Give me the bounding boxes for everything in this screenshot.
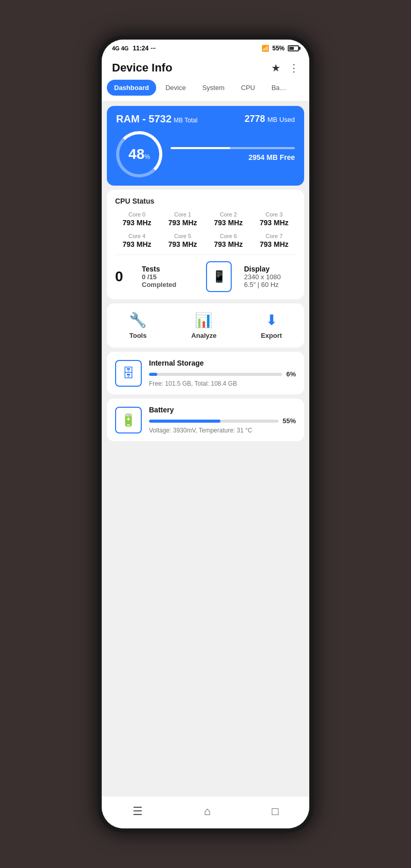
ram-bar-section: 2954 MB Free [171,147,295,161]
tabs-bar: Dashboard Device System CPU Ba… [102,80,309,101]
ram-title: RAM - 5732 MB Total [116,113,197,125]
status-bar: 4G 4G 11:24 ··· 📶 55% [102,40,309,55]
cpu-status-title: CPU Status [115,197,296,205]
export-button[interactable]: ⬇ Export [261,312,282,339]
nav-home-button[interactable]: ⌂ [194,803,221,820]
battery-bar-fill [149,420,220,423]
test-info: Tests 0 /15 Completed [142,265,194,288]
ram-card: RAM - 5732 MB Total 2778 MB Used 48% [107,106,304,186]
storage-icon: 🗄 [115,360,142,387]
battery-card: 🔋 Battery 55% Voltage: 3930mV, Temperatu… [107,399,304,441]
battery-sub: Voltage: 3930mV, Temperature: 31 °C [149,427,296,434]
battery-icon [288,45,299,51]
tools-label: Tools [129,332,147,339]
battery-percent: 55% [272,45,285,52]
battery-bar-row: 55% [149,417,296,425]
ram-free: 2954 MB Free [171,153,295,161]
battery-content: Battery 55% Voltage: 3930mV, Temperature… [149,406,296,434]
header-icons: ★ ⋮ [271,62,299,74]
cpu-core-4: Core 4 793 MHz [115,233,159,248]
ram-bar-fill [171,147,230,149]
cpu-core-2: Core 2 793 MHz [207,211,250,227]
battery-percent-label: 55% [283,417,296,425]
dots: ··· [151,45,156,52]
cpu-core-5: Core 5 793 MHz [161,233,204,248]
cpu-core-0: Core 0 793 MHz [115,211,159,227]
analyze-icon: 📊 [195,312,213,329]
scroll-content[interactable]: RAM - 5732 MB Total 2778 MB Used 48% [102,101,309,796]
ram-body: 48% 2954 MB Free [116,131,295,177]
tools-row: 🔧 Tools 📊 Analyze ⬇ Export [107,303,304,348]
export-label: Export [261,332,282,339]
storage-content: Internal Storage 6% Free: 101.5 GB, Tota… [149,359,296,387]
signal-text: 4G 4G [112,45,128,51]
tools-button[interactable]: 🔧 Tools [129,312,147,339]
tab-system[interactable]: System [195,80,232,96]
status-right: 📶 55% [261,45,299,52]
cpu-core-1: Core 1 793 MHz [161,211,204,227]
ram-bar [171,147,295,149]
battery-bar [149,420,278,423]
tab-device[interactable]: Device [158,80,193,96]
export-icon: ⬇ [266,312,277,329]
storage-sub: Free: 101.5 GB, Total: 108.4 GB [149,380,296,387]
nav-bar: ☰ ⌂ □ [102,796,309,828]
test-score: 0 [115,268,136,285]
battery-card-icon: 🔋 [115,407,142,433]
divider [115,255,296,255]
ram-header: RAM - 5732 MB Total 2778 MB Used [116,113,295,125]
wifi-icon: 📶 [261,45,269,52]
cpu-status-card: CPU Status Core 0 793 MHz Core 1 793 MHz… [107,190,304,299]
tools-icon: 🔧 [129,312,147,329]
storage-card: 🗄 Internal Storage 6% Free: 101.5 GB, To… [107,352,304,394]
favorite-icon[interactable]: ★ [271,62,281,74]
cpu-grid: Core 0 793 MHz Core 1 793 MHz Core 2 793… [115,211,296,248]
cpu-core-3: Core 3 793 MHz [252,211,296,227]
analyze-button[interactable]: 📊 Analyze [191,312,216,339]
tab-dashboard[interactable]: Dashboard [107,80,156,96]
ram-circle: 48% [116,131,162,177]
analyze-label: Analyze [191,332,216,339]
battery-title: Battery [149,406,296,414]
display-info: Display 2340 x 1080 6.5" | 60 Hz [244,265,296,288]
status-left: 4G 4G 11:24 ··· [112,45,156,52]
cpu-core-6: Core 6 793 MHz [207,233,250,248]
cpu-core-7: Core 7 793 MHz [252,233,296,248]
app-title: Device Info [112,61,172,75]
tab-battery[interactable]: Ba… [264,80,293,96]
ram-used-block: 2778 MB Used [245,114,295,124]
phone-display-icon: 📱 [206,261,232,292]
phone-screen: 4G 4G 11:24 ··· 📶 55% Device Info ★ ⋮ Da… [102,40,309,828]
storage-bar [149,373,282,376]
storage-bar-row: 6% [149,370,296,378]
battery-fill [289,47,294,50]
phone-outer: 4G 4G 11:24 ··· 📶 55% Device Info ★ ⋮ Da… [98,35,313,833]
tab-cpu[interactable]: CPU [234,80,262,96]
storage-percent: 6% [286,370,296,378]
nav-menu-button[interactable]: ☰ [122,803,153,820]
storage-bar-fill [149,373,157,376]
storage-title: Internal Storage [149,359,296,367]
test-display-row: 0 Tests 0 /15 Completed 📱 Display 2340 x… [115,261,296,292]
more-options-icon[interactable]: ⋮ [289,62,299,74]
app-header: Device Info ★ ⋮ [102,55,309,80]
nav-recent-button[interactable]: □ [261,803,289,820]
time-display: 11:24 [133,45,148,52]
